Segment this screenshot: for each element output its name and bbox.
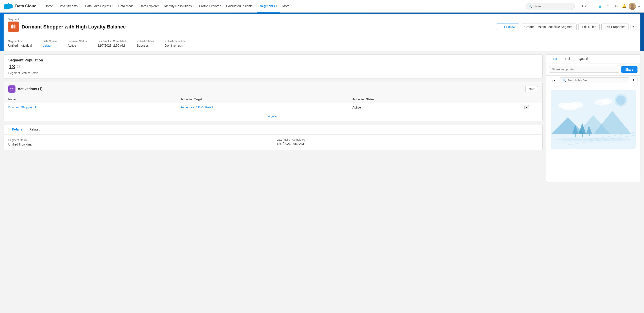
svg-rect-2: [11, 25, 13, 28]
nav-identity[interactable]: Identity Resolutions ▾: [162, 0, 196, 12]
meta-publish-schedule: Publish Schedule Don't refresh: [165, 40, 186, 47]
segment-title: Dormant Shopper with High Loyalty Balanc…: [22, 24, 126, 30]
nav-home[interactable]: Home: [42, 0, 56, 12]
feed-compose: Share: [546, 63, 640, 75]
notifications-icon[interactable]: 🔔: [621, 3, 628, 10]
svg-rect-27: [582, 134, 583, 137]
activations-title: Activations (1): [18, 87, 42, 91]
data-space-link[interactable]: default: [43, 44, 57, 47]
tab-question[interactable]: Question: [575, 55, 595, 63]
feed-card: Post Poll Question Share ↕ ▾ 🔍 ↻: [546, 54, 640, 182]
nav-data-lake-caret: ▾: [112, 5, 113, 7]
feed-search-input[interactable]: [568, 79, 627, 82]
segment-actions: + + Follow Create Einstein Lookalike Seg…: [496, 23, 636, 30]
avatar[interactable]: [629, 3, 636, 10]
meta-last-publish: Last Publish Completed 12/7/2023, 2:50 A…: [98, 40, 126, 47]
svg-point-1: [630, 7, 634, 10]
svg-point-14: [616, 95, 626, 105]
feed-toolbar: ↕ ▾ 🔍 ↻: [546, 75, 640, 85]
activation-status: Active: [352, 106, 524, 109]
col-name: Name: [8, 98, 180, 101]
actions-dropdown-button[interactable]: ▾: [630, 24, 636, 30]
top-right-icons: ★ ▾ + ? ⚙ 🔔: [580, 3, 636, 10]
tab-post[interactable]: Post: [546, 55, 561, 63]
feed-search: 🔍: [560, 77, 630, 83]
activations-card: Activations (1) New Name Activation Targ…: [4, 82, 542, 121]
nav-segments[interactable]: Segments ▾: [258, 0, 280, 12]
refresh-button[interactable]: ↻: [631, 78, 638, 83]
population-status: Segment Status: Active: [8, 71, 538, 75]
help-icon[interactable]: ?: [604, 3, 612, 10]
svg-point-19: [602, 98, 612, 104]
nav-data-explorer[interactable]: Data Explorer: [137, 0, 162, 12]
feed-search-icon: 🔍: [562, 78, 566, 82]
follow-button[interactable]: + + Follow: [496, 23, 519, 30]
nav-calculated-insights[interactable]: Calculated Insights ▾: [223, 0, 257, 12]
population-title: Segment Population: [8, 58, 538, 62]
app-name: Data Cloud: [15, 4, 36, 8]
population-card: Segment Population 13 ⓘ Segment Status: …: [4, 54, 542, 78]
details-body: Segment On ⓘ Unified Individual Last Pub…: [4, 135, 542, 150]
col-target: Activation Target: [180, 98, 352, 101]
tab-details[interactable]: Details: [8, 125, 26, 134]
segment-header-card: Segment Dormant Shopper with High Loyalt…: [4, 14, 640, 36]
nav-profile-explorer[interactable]: Profile Explorer: [196, 0, 224, 12]
main-content: Segment Population 13 ⓘ Segment Status: …: [0, 51, 644, 185]
left-panel: Segment Population 13 ⓘ Segment Status: …: [4, 54, 542, 182]
population-body: Segment Population 13 ⓘ Segment Status: …: [4, 55, 542, 78]
new-activation-button[interactable]: New: [525, 86, 538, 92]
segment-meta-card: Segment On Unified Individual Data Space…: [4, 36, 640, 51]
nav-data-model[interactable]: Data Model: [116, 0, 137, 12]
tab-poll[interactable]: Poll: [561, 55, 574, 63]
share-button[interactable]: Share: [621, 66, 638, 73]
activation-status-btn: ▾: [524, 105, 538, 109]
details-card: Details Related Segment On ⓘ Unified Ind…: [4, 125, 542, 150]
search-input[interactable]: [534, 4, 572, 8]
sort-caret: ▾: [554, 79, 556, 82]
view-all-link[interactable]: View All: [4, 112, 542, 121]
detail-segment-on: Segment On ⓘ Unified Individual: [8, 138, 270, 146]
sort-icon: ↕: [552, 79, 553, 82]
detail-last-publish-label: Last Publish Completed: [277, 138, 538, 141]
top-nav: Data Cloud Home Data Streams ▾ Data Lake…: [0, 0, 644, 12]
activations-icon: [8, 85, 16, 93]
nav-data-lake[interactable]: Data Lake Objects ▾: [82, 0, 116, 12]
activations-table-header: Name Activation Target Activation Status: [4, 96, 542, 103]
feed-tabs: Post Poll Question: [546, 55, 640, 63]
nav-data-streams[interactable]: Data Streams ▾: [56, 0, 82, 12]
nav-identity-caret: ▾: [193, 5, 194, 7]
edit-icon[interactable]: ✏: [638, 4, 640, 8]
edit-properties-button[interactable]: Edit Properties: [601, 23, 629, 30]
edit-rules-button[interactable]: Edit Rules: [578, 23, 600, 30]
sort-button[interactable]: ↕ ▾: [549, 78, 558, 83]
salesforce-logo[interactable]: [4, 3, 12, 9]
banner: Segment Dormant Shopper with High Loyalt…: [0, 12, 644, 51]
nav-calculated-insights-caret: ▾: [254, 5, 255, 7]
activation-status-caret[interactable]: ▾: [524, 105, 529, 109]
activation-target-link[interactable]: Audiences_RAVG_Retail: [180, 106, 352, 109]
meta-publish-status: Publish Status Success: [137, 40, 154, 47]
meta-segment-on: Segment On Unified Individual: [8, 40, 32, 47]
nav-links: Home Data Streams ▾ Data Lake Objects ▾ …: [42, 0, 522, 12]
tab-related[interactable]: Related: [26, 125, 44, 134]
add-icon[interactable]: +: [588, 3, 596, 10]
detail-last-publish-value: 12/7/2023, 2:50 AM: [277, 142, 538, 146]
search-bar: 🔍: [526, 3, 575, 10]
create-einstein-button[interactable]: Create Einstein Lookalike Segment: [521, 23, 577, 30]
population-info-icon[interactable]: ⓘ: [16, 65, 20, 69]
svg-point-32: [555, 138, 632, 141]
segment-title-row: Dormant Shopper with High Loyalty Balanc…: [8, 21, 636, 32]
segment-icon: [8, 21, 19, 32]
activation-name-link[interactable]: Dormant_Shopper_UI: [8, 106, 180, 109]
meta-row: Segment On Unified Individual Data Space…: [8, 40, 636, 47]
settings-icon[interactable]: ⚙: [612, 3, 620, 10]
nav-more[interactable]: More ▾: [280, 0, 294, 12]
meta-segment-status: Segment Status Active: [68, 40, 86, 47]
favorites-icon[interactable]: ★ ▾: [580, 3, 588, 10]
feed-share-input[interactable]: [549, 66, 619, 73]
table-row: Dormant_Shopper_UI Audiences_RAVG_Retail…: [4, 103, 542, 112]
activations-title-row: Activations (1): [8, 85, 42, 93]
trailhead-icon[interactable]: [596, 3, 604, 10]
detail-segment-on-value: Unified Individual: [8, 143, 270, 146]
detail-info-icon: ⓘ: [24, 138, 27, 142]
